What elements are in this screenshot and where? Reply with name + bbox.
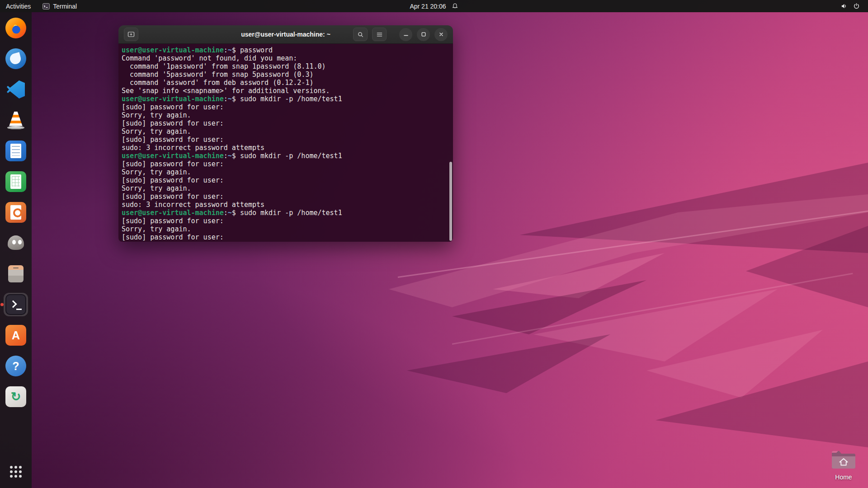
- show-applications-button[interactable]: [7, 463, 25, 481]
- terminal-line: user@user-virtual-machine:~$ sudo mkdir …: [122, 152, 452, 160]
- new-tab-icon: [127, 31, 135, 38]
- dock-item-help[interactable]: ?: [4, 354, 28, 378]
- dock-item-thunderbird[interactable]: [4, 47, 28, 70]
- terminal-line: sudo: 3 incorrect password attempts: [122, 201, 452, 209]
- terminal-line: command '5password' from snap 5password …: [122, 70, 452, 79]
- vscode-icon: [5, 79, 26, 100]
- volume-icon: [841, 3, 848, 9]
- home-folder-icon: [830, 449, 857, 472]
- terminal-line: Sorry, try again.: [122, 225, 452, 233]
- close-button[interactable]: [434, 28, 448, 41]
- files-icon: [5, 263, 26, 284]
- dock-item-updater[interactable]: ↻: [4, 385, 28, 408]
- updater-icon: ↻: [5, 386, 26, 407]
- search-icon: [357, 31, 364, 38]
- wallpaper-ridge: [398, 209, 868, 278]
- menu-button[interactable]: [372, 28, 387, 41]
- hamburger-menu-icon: [376, 31, 383, 38]
- search-button[interactable]: [353, 28, 368, 41]
- dock-item-impress[interactable]: [4, 201, 28, 224]
- dock-item-files[interactable]: [4, 262, 28, 286]
- minimize-button[interactable]: [399, 28, 412, 41]
- terminal-line: See 'snap info <snapname>' for additiona…: [122, 87, 452, 95]
- help-icon: ?: [5, 356, 26, 376]
- close-icon: [439, 32, 444, 37]
- focused-app-label: Terminal: [53, 3, 77, 10]
- top-bar-right: [837, 0, 868, 12]
- running-indicator: [0, 303, 4, 306]
- terminal-line: Sorry, try again.: [122, 111, 452, 119]
- terminal-line: [sudo] password for user:: [122, 160, 452, 168]
- terminal-line: Sorry, try again.: [122, 168, 452, 176]
- power-icon: [853, 3, 860, 9]
- vlc-icon: [5, 110, 26, 131]
- wallpaper-ridge: [452, 273, 853, 345]
- impress-icon: [5, 202, 26, 223]
- home-folder-label: Home: [826, 474, 862, 481]
- terminal-line: [sudo] password for user:: [122, 192, 452, 201]
- top-bar: Activities Terminal Apr 21 20:06: [0, 0, 868, 12]
- terminal-line: Command 'password' not found, did you me…: [122, 54, 452, 62]
- new-tab-button[interactable]: [124, 28, 138, 41]
- terminal-line: Sorry, try again.: [122, 184, 452, 192]
- system-status-area[interactable]: [837, 0, 863, 12]
- terminal-line: [sudo] password for user:: [122, 217, 452, 225]
- dock-item-writer[interactable]: [4, 139, 28, 163]
- terminal-mini-icon: [42, 3, 50, 9]
- dock: A?↻: [0, 12, 32, 488]
- dock-item-software[interactable]: A: [4, 324, 28, 347]
- maximize-icon: [421, 32, 426, 37]
- terminal-line: [sudo] password for user:: [122, 136, 452, 144]
- activities-button[interactable]: Activities: [0, 0, 37, 12]
- terminal-line: [sudo] password for user:: [122, 103, 452, 111]
- calc-icon: [5, 171, 26, 192]
- terminal-line: user@user-virtual-machine:~$ sudo mkdir …: [122, 95, 452, 103]
- dock-item-vlc[interactable]: [4, 108, 28, 132]
- terminal-line: Sorry, try again.: [122, 127, 452, 136]
- app-grid-icon: [10, 466, 13, 469]
- dock-item-calc[interactable]: [4, 170, 28, 193]
- minimize-icon: [403, 32, 409, 37]
- terminal-icon: [5, 294, 26, 315]
- terminal-line: [sudo] password for user:: [122, 176, 452, 184]
- notification-bell-icon: [452, 3, 458, 9]
- software-icon: A: [5, 325, 26, 346]
- terminal-output[interactable]: user@user-virtual-machine:~$ passwordCom…: [118, 44, 453, 242]
- terminal-line: command '1password' from snap 1password …: [122, 62, 452, 70]
- terminal-line: user@user-virtual-machine:~$ sudo mkdir …: [122, 209, 452, 217]
- terminal-line: user@user-virtual-machine:~$ password: [122, 46, 452, 54]
- thunderbird-icon: [5, 48, 26, 69]
- terminal-line: [sudo] password for user:: [122, 119, 452, 127]
- dock-item-vscode[interactable]: [4, 78, 28, 101]
- dock-item-firefox[interactable]: [4, 16, 28, 40]
- terminal-line: command 'assword' from deb assword (0.12…: [122, 79, 452, 87]
- gimp-icon: [5, 233, 26, 253]
- terminal-line: sudo: 3 incorrect password attempts: [122, 144, 452, 152]
- clock-label: Apr 21 20:06: [410, 3, 446, 10]
- dock-item-gimp[interactable]: [4, 231, 28, 255]
- terminal-window: user@user-virtual-machine: ~: [118, 25, 453, 242]
- top-bar-left: Activities Terminal: [0, 0, 83, 12]
- clock-button[interactable]: Apr 21 20:06: [404, 0, 464, 12]
- terminal-text: user@user-virtual-machine:~$ passwordCom…: [122, 46, 452, 241]
- writer-icon: [5, 141, 26, 161]
- firefox-icon: [5, 18, 26, 38]
- terminal-headerbar[interactable]: user@user-virtual-machine: ~: [118, 25, 453, 44]
- desktop: Activities Terminal Apr 21 20:06: [0, 0, 868, 488]
- terminal-title: user@user-virtual-machine: ~: [241, 31, 330, 38]
- home-folder[interactable]: Home: [826, 449, 862, 481]
- focused-app-indicator[interactable]: Terminal: [37, 0, 83, 12]
- dock-item-terminal[interactable]: [4, 293, 28, 316]
- maximize-button[interactable]: [417, 28, 430, 41]
- terminal-line: [sudo] password for user:: [122, 233, 452, 241]
- terminal-scrollbar-thumb[interactable]: [449, 162, 452, 241]
